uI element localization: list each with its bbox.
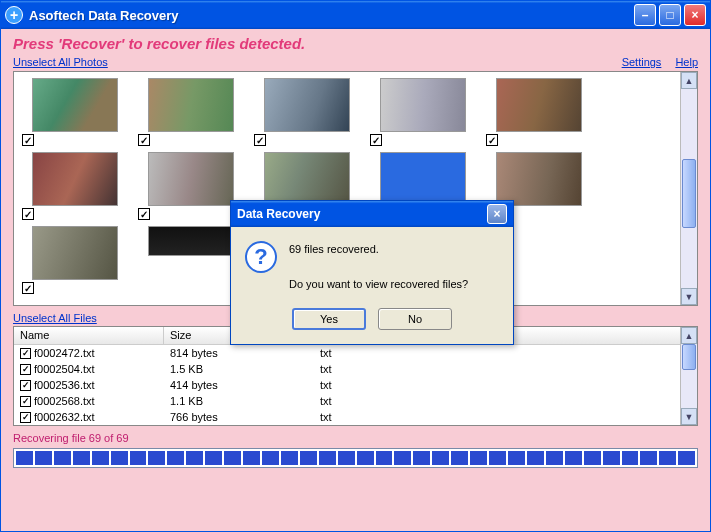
progress-segment	[92, 451, 109, 465]
progress-bar	[13, 448, 698, 468]
yes-button[interactable]: Yes	[292, 308, 366, 330]
table-row[interactable]: ✓f0002632.txt766 bytestxt	[14, 409, 680, 425]
thumbnail-image[interactable]	[32, 152, 118, 206]
file-size: 814 bytes	[164, 347, 314, 359]
col-name[interactable]: Name	[14, 327, 164, 344]
thumbnail-image[interactable]	[32, 78, 118, 132]
file-rows: ✓f0002472.txt814 bytestxt✓f0002504.txt1.…	[14, 345, 680, 425]
file-checkbox[interactable]: ✓	[20, 412, 31, 423]
progress-segment	[413, 451, 430, 465]
progress-segment	[508, 451, 525, 465]
progress-segment	[565, 451, 582, 465]
unselect-all-files-link[interactable]: Unselect All Files	[13, 312, 97, 324]
progress-segment	[319, 451, 336, 465]
file-checkbox[interactable]: ✓	[20, 380, 31, 391]
thumbnail-checkbox[interactable]: ✓	[254, 134, 266, 146]
file-scrollbar[interactable]: ▲ ▼	[680, 327, 697, 425]
file-extension: txt	[314, 395, 680, 407]
table-row[interactable]: ✓f0002536.txt414 bytestxt	[14, 377, 680, 393]
scroll-up-icon[interactable]: ▲	[681, 327, 697, 344]
thumbnail-checkbox[interactable]: ✓	[22, 208, 34, 220]
progress-segment	[243, 451, 260, 465]
thumbnail-checkbox[interactable]: ✓	[22, 282, 34, 294]
thumbnail-checkbox[interactable]: ✓	[138, 134, 150, 146]
thumbnail-image[interactable]	[264, 78, 350, 132]
thumbnail-image[interactable]	[264, 152, 350, 206]
thumbnail-image[interactable]	[496, 78, 582, 132]
file-extension: txt	[314, 379, 680, 391]
thumbnail-checkbox[interactable]: ✓	[138, 208, 150, 220]
photo-linkbar: Unselect All Photos Settings Help	[13, 56, 698, 68]
app-icon: +	[5, 6, 23, 24]
progress-segment	[432, 451, 449, 465]
thumbnail-image[interactable]	[148, 226, 234, 256]
thumbnail-image[interactable]	[380, 78, 466, 132]
thumbnail-checkbox[interactable]: ✓	[486, 134, 498, 146]
progress-segment	[659, 451, 676, 465]
progress-segment	[54, 451, 71, 465]
progress-segment	[16, 451, 33, 465]
file-extension: txt	[314, 363, 680, 375]
thumbnail-item[interactable]: ✓	[370, 78, 468, 146]
progress-segment	[111, 451, 128, 465]
thumbnail-image[interactable]	[148, 78, 234, 132]
progress-segment	[451, 451, 468, 465]
progress-segment	[489, 451, 506, 465]
dialog-titlebar: Data Recovery ×	[231, 201, 513, 227]
minimize-button[interactable]: –	[634, 4, 656, 26]
progress-segment	[640, 451, 657, 465]
progress-segment	[622, 451, 639, 465]
file-name: f0002472.txt	[34, 347, 95, 359]
progress-segment	[546, 451, 563, 465]
thumbnail-image[interactable]	[148, 152, 234, 206]
thumbnail-image[interactable]	[32, 226, 118, 280]
scroll-thumb[interactable]	[682, 159, 696, 229]
settings-link[interactable]: Settings	[622, 56, 662, 68]
thumbnail-item[interactable]: ✓	[138, 152, 236, 220]
table-row[interactable]: ✓f0002472.txt814 bytestxt	[14, 345, 680, 361]
close-button[interactable]: ×	[684, 4, 706, 26]
scroll-down-icon[interactable]: ▼	[681, 288, 697, 305]
file-checkbox[interactable]: ✓	[20, 364, 31, 375]
unselect-all-photos-link[interactable]: Unselect All Photos	[13, 56, 108, 68]
thumbnail-item[interactable]: ✓	[22, 78, 120, 146]
thumbnail-image[interactable]	[496, 152, 582, 206]
scroll-down-icon[interactable]: ▼	[681, 408, 697, 425]
progress-segment	[470, 451, 487, 465]
thumbnail-item[interactable]: ✓	[138, 78, 236, 146]
dialog-close-button[interactable]: ×	[487, 204, 507, 224]
photo-scrollbar[interactable]: ▲ ▼	[680, 72, 697, 305]
file-checkbox[interactable]: ✓	[20, 396, 31, 407]
dialog-title: Data Recovery	[237, 207, 487, 221]
progress-segment	[603, 451, 620, 465]
progress-segment	[527, 451, 544, 465]
table-row[interactable]: ✓f0002568.txt1.1 KBtxt	[14, 393, 680, 409]
scroll-thumb[interactable]	[682, 344, 696, 370]
recovery-dialog: Data Recovery × ? 69 files recovered. Do…	[230, 200, 514, 345]
progress-segment	[224, 451, 241, 465]
file-name: f0002568.txt	[34, 395, 95, 407]
file-name: f0002536.txt	[34, 379, 95, 391]
thumbnail-image[interactable]	[380, 152, 466, 206]
thumbnail-item[interactable]: ✓	[254, 78, 352, 146]
thumbnail-item[interactable]	[138, 226, 236, 294]
thumbnail-item[interactable]: ✓	[486, 78, 584, 146]
help-link[interactable]: Help	[675, 56, 698, 68]
no-button[interactable]: No	[378, 308, 452, 330]
file-name: f0002632.txt	[34, 411, 95, 423]
thumbnail-checkbox[interactable]: ✓	[370, 134, 382, 146]
thumbnail-item[interactable]: ✓	[22, 226, 120, 294]
file-extension: txt	[314, 411, 680, 423]
thumbnail-item[interactable]: ✓	[22, 152, 120, 220]
progress-segment	[281, 451, 298, 465]
status-text: Recovering file 69 of 69	[13, 432, 698, 444]
file-size: 1.5 KB	[164, 363, 314, 375]
progress-segment	[584, 451, 601, 465]
file-size: 766 bytes	[164, 411, 314, 423]
file-checkbox[interactable]: ✓	[20, 348, 31, 359]
table-row[interactable]: ✓f0002504.txt1.5 KBtxt	[14, 361, 680, 377]
progress-segment	[35, 451, 52, 465]
scroll-up-icon[interactable]: ▲	[681, 72, 697, 89]
thumbnail-checkbox[interactable]: ✓	[22, 134, 34, 146]
maximize-button[interactable]: □	[659, 4, 681, 26]
